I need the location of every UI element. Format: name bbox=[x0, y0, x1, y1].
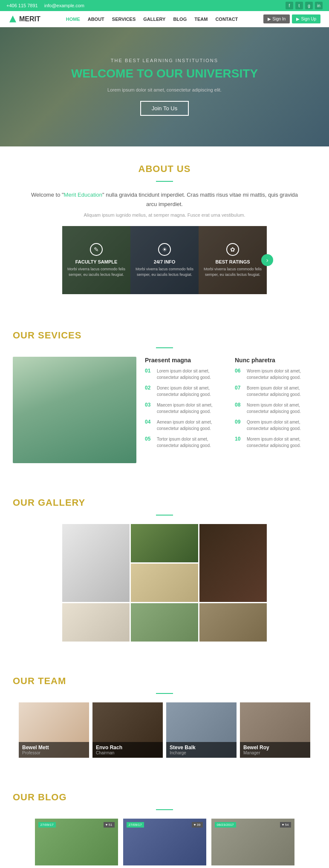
hero-section: THE BEST LEARNING INSTITUTIONS WELCOME T… bbox=[0, 27, 329, 146]
gallery-next-button[interactable]: › bbox=[261, 254, 273, 266]
team-divider bbox=[156, 693, 173, 694]
team-name-4: Bewel Roy bbox=[243, 745, 307, 751]
blog-title: OUR BLOG bbox=[13, 792, 316, 803]
about-gallery-container: ✎ Faculty Sample Morbi viverra lacus com… bbox=[62, 226, 267, 294]
team-role-1: Professor bbox=[22, 751, 86, 755]
team-grid: Bewel Mett Professor Envo Rach Chairman … bbox=[13, 702, 316, 758]
about-card-title-1: Faculty Sample bbox=[75, 259, 118, 264]
about-divider bbox=[156, 181, 173, 182]
service-item-5: 05 Tortor ipsum dolor sit amet, consecte… bbox=[145, 436, 226, 449]
nav-links: Home About Services Gallery Blog Team Co… bbox=[66, 17, 238, 22]
logo-icon bbox=[9, 16, 17, 23]
blog-divider bbox=[156, 809, 173, 810]
blog-card-1: 27/09/17 ♥ 51 Vesti id ipsum sit amet Pr… bbox=[35, 819, 118, 868]
service-num-6: 06 bbox=[235, 368, 243, 374]
blog-date-3: 08/23/2017 bbox=[215, 822, 236, 828]
nav-contact[interactable]: Contact bbox=[215, 17, 238, 22]
team-overlay-1: Bewel Mett Professor bbox=[19, 742, 89, 758]
blog-date-1: 27/09/17 bbox=[38, 822, 56, 828]
top-bar: +406 115 7891 info@example.com f t g in bbox=[0, 0, 329, 11]
blog-date-2: 27/09/17 bbox=[127, 822, 144, 828]
about-card-title-3: Best Ratings bbox=[215, 259, 250, 264]
service-num-2: 02 bbox=[145, 385, 153, 391]
service-text-5: Tortor ipsum dolor sit amet, consectetur… bbox=[157, 436, 226, 449]
service-num-9: 09 bbox=[235, 419, 243, 425]
about-card-overlay-2: ☀ 24/7 Info Morbi viverra lacus commodo … bbox=[130, 226, 199, 294]
blog-header-3: 08/23/2017 ♥ 54 bbox=[211, 819, 294, 865]
about-card-title-2: 24/7 Info bbox=[154, 259, 176, 264]
hero-join-button[interactable]: Join To Us bbox=[140, 101, 189, 116]
facebook-icon[interactable]: f bbox=[286, 2, 293, 9]
service-item-10: 10 Morem ipsum dolor sit amet, consectet… bbox=[235, 436, 316, 449]
blog-section: OUR BLOG 27/09/17 ♥ 51 Vesti id ipsum si… bbox=[0, 775, 329, 868]
blog-card-3: 08/23/2017 ♥ 54 Etiam iaculis metus vita… bbox=[211, 819, 294, 868]
googleplus-icon[interactable]: g bbox=[305, 2, 313, 9]
services-col-left: Praesent magna 01 Lorem ipsum dolor sit … bbox=[145, 357, 226, 453]
services-col-right: Nunc pharetra 06 Worem ipsum dolor sit a… bbox=[235, 357, 316, 453]
blog-likes-2: ♥ 39 bbox=[192, 822, 203, 828]
gallery-item-1[interactable] bbox=[62, 524, 130, 602]
gallery-item-6[interactable] bbox=[131, 603, 198, 642]
about-card-text-3: Morbi viverra lacus commodo felis semper… bbox=[203, 266, 263, 277]
linkedin-icon[interactable]: in bbox=[315, 2, 323, 9]
service-text-6: Worem ipsum dolor sit amet, consectetur … bbox=[247, 368, 316, 381]
nav-about[interactable]: About bbox=[88, 17, 104, 22]
about-card-text-1: Morbi viverra lacus commodo felis semper… bbox=[66, 266, 126, 277]
gallery-item-3[interactable] bbox=[199, 524, 267, 602]
blog-body-1: Vesti id ipsum sit amet Preptibo freqill… bbox=[35, 865, 118, 868]
about-intro: Welcome to "Merit Education" nulla gravi… bbox=[26, 190, 303, 209]
about-card-text-2: Morbi viverra lacus commodo felis semper… bbox=[135, 266, 194, 277]
team-overlay-3: Steve Balk Incharge bbox=[166, 742, 237, 758]
team-member-4[interactable]: Bewel Roy Manager bbox=[240, 702, 310, 758]
services-image bbox=[13, 357, 136, 463]
gallery-item-2[interactable] bbox=[131, 524, 198, 562]
service-item-6: 06 Worem ipsum dolor sit amet, consectet… bbox=[235, 368, 316, 381]
nav-home[interactable]: Home bbox=[66, 17, 80, 22]
service-num-10: 10 bbox=[235, 436, 243, 442]
services-container: Praesent magna 01 Lorem ipsum dolor sit … bbox=[13, 357, 316, 463]
team-member-1[interactable]: Bewel Mett Professor bbox=[19, 702, 89, 758]
team-role-2: Chairman bbox=[96, 751, 159, 755]
services-columns: Praesent magna 01 Lorem ipsum dolor sit … bbox=[145, 357, 316, 453]
phone-text: +406 115 7891 bbox=[6, 3, 38, 8]
about-gallery: ✎ Faculty Sample Morbi viverra lacus com… bbox=[62, 226, 267, 294]
about-card-icon-2: ☀ bbox=[158, 243, 171, 256]
gallery-item-5[interactable] bbox=[62, 603, 130, 642]
team-title: OUR TEAM bbox=[13, 676, 316, 687]
service-item-9: 09 Qorem ipsum dolor sit amet, consectet… bbox=[235, 419, 316, 432]
hero-content: THE BEST LEARNING INSTITUTIONS WELCOME T… bbox=[71, 58, 258, 116]
nav-auth-buttons: ▶ Sign In ▶ Sign Up bbox=[263, 14, 320, 23]
signup-button[interactable]: ▶ Sign Up bbox=[292, 14, 320, 23]
gallery-item-4[interactable] bbox=[131, 564, 198, 602]
blog-header-2: 27/09/17 ♥ 39 bbox=[123, 819, 206, 865]
nav-gallery[interactable]: Gallery bbox=[143, 17, 165, 22]
service-item-3: 03 Maecen ipsum dolor sit amet, consecte… bbox=[145, 402, 226, 415]
blog-likes-3: ♥ 54 bbox=[280, 822, 291, 828]
team-member-3[interactable]: Steve Balk Incharge bbox=[166, 702, 237, 758]
team-role-3: Incharge bbox=[170, 751, 233, 755]
blog-card-2: 27/09/17 ♥ 39 Quisque nisl elit porthi A… bbox=[123, 819, 206, 868]
twitter-icon[interactable]: t bbox=[295, 2, 303, 9]
team-name-3: Steve Balk bbox=[170, 745, 233, 751]
service-num-7: 07 bbox=[235, 385, 243, 391]
hero-subtitle: THE BEST LEARNING INSTITUTIONS bbox=[71, 58, 258, 63]
nav-services[interactable]: Services bbox=[112, 17, 136, 22]
team-member-2[interactable]: Envo Rach Chairman bbox=[92, 702, 163, 758]
about-section: ABOUT US Welcome to "Merit Education" nu… bbox=[0, 146, 329, 313]
logo[interactable]: MERIT bbox=[9, 15, 40, 23]
blog-body-3: Etiam iaculis metus vitae A pulvinar nis… bbox=[211, 865, 294, 868]
service-item-4: 04 Aenean ipsum dolor sit amet, consecte… bbox=[145, 419, 226, 432]
gallery-item-7[interactable] bbox=[199, 603, 267, 642]
gallery-grid-wrapper bbox=[62, 524, 267, 642]
service-num-1: 01 bbox=[145, 368, 153, 374]
about-card-icon-1: ✎ bbox=[90, 243, 103, 256]
service-item-1: 01 Lorem ipsum dolor sit amet, consectet… bbox=[145, 368, 226, 381]
blog-likes-1: ♥ 51 bbox=[104, 822, 115, 828]
nav-team[interactable]: Team bbox=[194, 17, 208, 22]
signin-button[interactable]: ▶ Sign In bbox=[263, 14, 290, 23]
about-highlight: Merit Education bbox=[64, 192, 102, 198]
service-num-5: 05 bbox=[145, 436, 153, 442]
nav-blog[interactable]: Blog bbox=[173, 17, 187, 22]
service-text-4: Aenean ipsum dolor sit amet, consectetur… bbox=[157, 419, 226, 432]
team-role-4: Manager bbox=[243, 751, 307, 755]
